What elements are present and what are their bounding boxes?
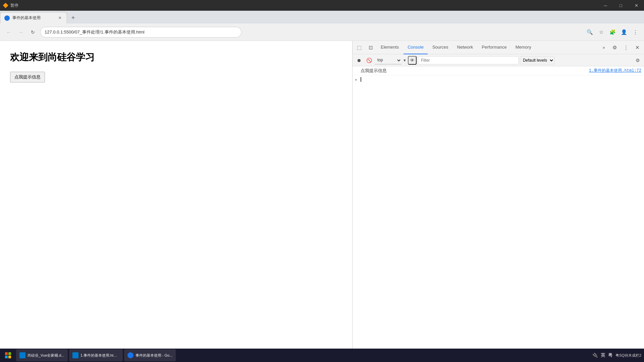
clear-console-button[interactable]: 🚫 (365, 56, 373, 65)
tab-bar: 事件的基本使用 ✕ + (0, 11, 644, 23)
context-arrow-icon: ▼ (403, 58, 407, 62)
taskbar-items: 尚硅谷_Vue全家桶.d... 1.事件的基本使用.html... 事件的基本使… (16, 349, 176, 361)
forward-button[interactable]: → (16, 27, 25, 37)
console-input-row[interactable]: ▶ (353, 75, 644, 83)
svg-rect-2 (5, 356, 8, 358)
inspect-element-button[interactable]: ⬚ (354, 42, 365, 53)
back-button[interactable]: ← (4, 27, 13, 37)
svg-rect-3 (8, 356, 11, 358)
close-button[interactable]: ✕ (629, 0, 644, 11)
taskbar-item-vscode2[interactable]: 1.事件的基本使用.html... (69, 349, 123, 361)
devtools-panel: ⬚ ⊡ Elements Console Sources Network Per… (352, 41, 644, 362)
taskbar-item-browser[interactable]: 事件的基本使用 - Go... (124, 349, 176, 361)
reload-button[interactable]: ↻ (28, 27, 38, 37)
record-button[interactable]: ⏺ (355, 56, 363, 65)
devtools-settings-button[interactable]: ⚙ (609, 42, 620, 53)
live-expressions-button[interactable]: 👁 (408, 56, 417, 65)
vscode2-icon (72, 352, 78, 358)
devtools-right-controls: » ⚙ ⋮ ✕ (599, 42, 643, 53)
log-level-selector[interactable]: Default levels (520, 56, 554, 64)
tab-network[interactable]: Network (453, 41, 477, 54)
log-expand-icon (355, 68, 361, 68)
url-bar[interactable]: 127.0.0.1:5500/07_事件处理/1.事件的基本使用.html (40, 27, 241, 38)
app-icon: 🔶 (3, 3, 8, 8)
taskbar-vscode1-label: 尚硅谷_Vue全家桶.d... (28, 353, 64, 358)
context-selector[interactable]: top (375, 56, 401, 64)
tray-ime-icon[interactable]: 粤 (608, 352, 613, 358)
vscode1-icon (19, 352, 25, 358)
devtools-close-button[interactable]: ✕ (632, 42, 643, 53)
tab-performance[interactable]: Performance (478, 41, 511, 54)
log-message: 点我提示信息 (361, 68, 589, 74)
page-heading: 欢迎来到尚硅谷学习 (10, 51, 342, 64)
tab-sources[interactable]: Sources (428, 41, 452, 54)
titlebar-left: 🔶 暂停 (0, 3, 18, 8)
tab-title: 事件的基本使用 (12, 15, 54, 21)
main-area: 欢迎来到尚硅谷学习 点我提示信息 ⬚ ⊡ Elements Console So… (0, 41, 644, 362)
more-tabs-button[interactable]: » (599, 43, 608, 52)
demo-button[interactable]: 点我提示信息 (10, 72, 45, 82)
taskbar-item-vscode1[interactable]: 尚硅谷_Vue全家桶.d... (16, 349, 68, 361)
taskbar: 尚硅谷_Vue全家桶.d... 1.事件的基本使用.html... 事件的基本使… (0, 349, 644, 362)
taskbar-browser-label: 事件的基本使用 - Go... (136, 353, 173, 358)
tray-input-method: 粤SQ待木成栏2 (615, 353, 641, 358)
devtools-toolbar: ⏺ 🚫 top ▼ 👁 Default levels ⚙ (353, 54, 644, 66)
console-log-entry: 点我提示信息 1.事件的基本使用.html:72 (353, 66, 644, 75)
filter-input[interactable] (418, 56, 519, 64)
devtools-topbar: ⬚ ⊡ Elements Console Sources Network Per… (353, 41, 644, 54)
devtools-more-options-button[interactable]: ⋮ (621, 42, 631, 53)
windows-titlebar: 🔶 暂停 ─ □ ✕ (0, 0, 644, 11)
address-bar: ← → ↻ 127.0.0.1:5500/07_事件处理/1.事件的基本使用.h… (0, 23, 644, 41)
svg-rect-0 (5, 352, 8, 355)
address-icons: 🔍 ☆ 🧩 👤 ⋮ (585, 27, 640, 37)
console-cursor (361, 77, 361, 82)
console-output: 点我提示信息 1.事件的基本使用.html:72 ▶ (353, 66, 644, 362)
start-button[interactable] (3, 350, 13, 361)
webpage-content: 欢迎来到尚硅谷学习 点我提示信息 (0, 41, 352, 362)
tray-language-icon[interactable]: 英 (601, 352, 605, 358)
tray-power-icon[interactable]: 🔌 (592, 353, 598, 358)
bookmark-icon[interactable]: ☆ (596, 27, 606, 37)
tab-close-button[interactable]: ✕ (57, 15, 63, 21)
tab-elements[interactable]: Elements (377, 41, 403, 54)
menu-icon[interactable]: ⋮ (631, 27, 640, 37)
minimize-button[interactable]: ─ (598, 0, 613, 11)
tab-favicon (4, 15, 10, 21)
taskbar-tray: 🔌 英 粤 粤SQ待木成栏2 (592, 352, 641, 358)
console-expand-icon: ▶ (355, 77, 361, 82)
url-text: 127.0.0.1:5500/07_事件处理/1.事件的基本使用.html (45, 29, 237, 35)
window-controls: ─ □ ✕ (598, 0, 644, 11)
tab-console[interactable]: Console (404, 41, 428, 54)
new-tab-button[interactable]: + (68, 13, 78, 22)
profile-icon[interactable]: 👤 (619, 27, 629, 37)
svg-rect-1 (8, 352, 11, 355)
extensions-icon[interactable]: 🧩 (608, 27, 617, 37)
console-settings-button[interactable]: ⚙ (633, 56, 642, 65)
maximize-button[interactable]: □ (613, 0, 629, 11)
log-source-link[interactable]: 1.事件的基本使用.html:72 (589, 68, 641, 73)
app-title: 暂停 (10, 3, 18, 8)
browser-tab[interactable]: 事件的基本使用 ✕ (0, 12, 67, 23)
browser-window: 事件的基本使用 ✕ + ← → ↻ 127.0.0.1:5500/07_事件处理… (0, 11, 644, 362)
tab-memory[interactable]: Memory (512, 41, 535, 54)
browser-icon (127, 352, 133, 358)
taskbar-vscode2-label: 1.事件的基本使用.html... (80, 353, 119, 358)
search-icon[interactable]: 🔍 (585, 27, 594, 37)
device-mode-button[interactable]: ⊡ (365, 42, 376, 53)
